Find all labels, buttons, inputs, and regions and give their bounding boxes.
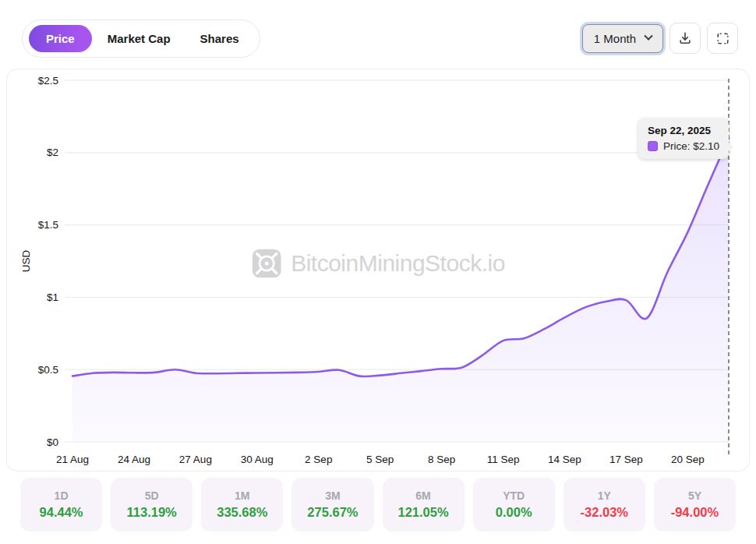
stat-value: -32.03%	[581, 505, 628, 520]
y-axis-tick: $1.5	[38, 219, 58, 231]
stat-card-1y: 1Y -32.03%	[563, 478, 645, 532]
performance-stats-row: 1D 94.44%5D 113.19%1M 335.68%3M 275.67%6…	[20, 478, 736, 532]
stat-card-5d: 5D 113.19%	[111, 478, 193, 532]
x-axis-tick: 20 Sep	[671, 454, 705, 465]
stat-value: 275.67%	[307, 505, 358, 520]
stat-label: 5Y	[688, 489, 701, 502]
series-swatch-icon	[648, 141, 658, 151]
price-chart-card: $0$0.5$1$1.5$2$2.5USD21 Aug24 Aug27 Aug3…	[6, 69, 750, 472]
y-axis-tick: $1	[47, 291, 58, 303]
stat-card-ytd: YTD 0.00%	[473, 478, 555, 532]
tooltip-price-row: Price: $2.10	[648, 140, 719, 152]
tab-price[interactable]: Price	[29, 25, 92, 52]
tooltip-price: Price: $2.10	[663, 140, 719, 152]
tab-market-cap[interactable]: Market Cap	[94, 25, 185, 52]
stat-label: 1D	[55, 489, 69, 502]
y-axis-tick: $0.5	[38, 364, 58, 376]
x-axis-tick: 30 Aug	[241, 454, 274, 465]
fullscreen-icon	[715, 31, 730, 46]
stat-card-3m: 3M 275.67%	[291, 478, 373, 532]
stat-card-1d: 1D 94.44%	[20, 478, 102, 532]
x-axis-tick: 5 Sep	[366, 454, 394, 465]
download-button[interactable]	[669, 23, 701, 54]
stat-label: 1Y	[598, 489, 611, 502]
stat-value: 113.19%	[127, 505, 177, 520]
stat-label: 1M	[235, 489, 249, 502]
area-fill	[72, 138, 729, 442]
stat-card-6m: 6M 121.05%	[383, 478, 465, 532]
chart-tooltip: Sep 22, 2025 Price: $2.10	[638, 118, 729, 159]
stat-label: 5D	[145, 489, 159, 502]
stat-value: 94.44%	[40, 505, 83, 520]
y-axis-tick: $2.5	[38, 75, 58, 87]
stat-value: 0.00%	[496, 505, 532, 520]
y-axis-tick: $2	[47, 147, 58, 158]
stat-card-1m: 1M 335.68%	[201, 478, 283, 532]
fullscreen-button[interactable]	[707, 23, 738, 54]
stat-label: 3M	[325, 489, 340, 502]
x-axis-tick: 14 Sep	[548, 454, 581, 465]
range-dropdown[interactable]: 1 Month	[582, 24, 663, 53]
x-axis-tick: 11 Sep	[487, 454, 520, 465]
tab-shares[interactable]: Shares	[186, 25, 253, 52]
x-axis-tick: 8 Sep	[428, 454, 455, 465]
y-axis-tick: $0	[47, 436, 58, 448]
x-axis-tick: 24 Aug	[118, 454, 150, 465]
range-dropdown-value: 1 Month	[594, 32, 636, 45]
stat-label: YTD	[503, 489, 525, 502]
stat-value: 121.05%	[397, 505, 448, 520]
stat-value: 335.68%	[217, 505, 267, 520]
chart-controls: 1 Month	[582, 23, 738, 54]
chevron-down-icon	[644, 32, 652, 41]
y-axis-label: USD	[20, 250, 32, 273]
stat-label: 6M	[415, 489, 430, 502]
x-axis-tick: 21 Aug	[56, 454, 89, 465]
tooltip-date: Sep 22, 2025	[648, 125, 719, 136]
x-axis-tick: 2 Sep	[305, 454, 332, 465]
stat-card-5y: 5Y -94.00%	[654, 478, 736, 532]
download-icon	[677, 30, 693, 46]
x-axis-tick: 17 Sep	[609, 454, 643, 465]
metric-tab-group: Price Market Cap Shares	[22, 19, 260, 58]
x-axis-tick: 27 Aug	[179, 454, 212, 465]
stat-value: -94.00%	[671, 505, 719, 520]
